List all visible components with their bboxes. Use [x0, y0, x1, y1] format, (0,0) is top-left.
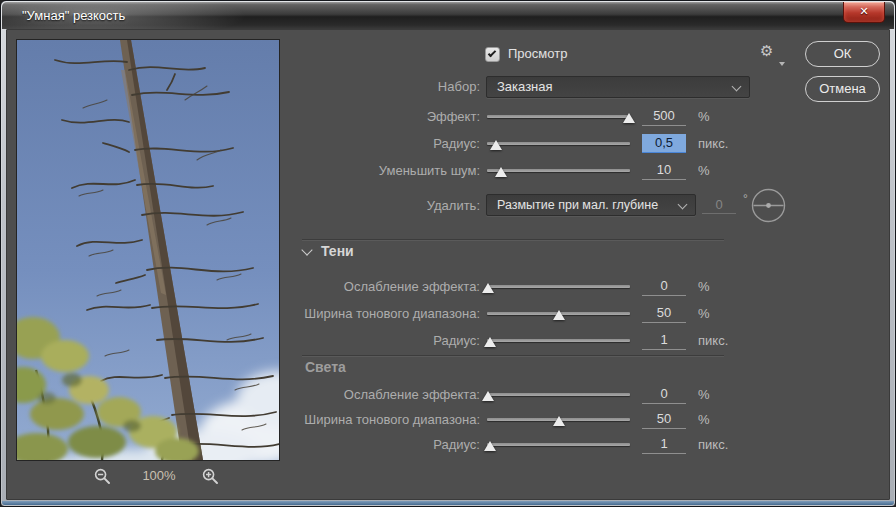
shadows-tonal-value[interactable]: 50	[642, 304, 686, 323]
window-title: "Умная" резкость	[22, 8, 125, 23]
highlights-tonal-row: Ширина тонового диапазона: 50 %	[7, 410, 893, 430]
slider-track[interactable]	[487, 443, 630, 446]
highlights-radius-slider[interactable]	[487, 435, 630, 455]
highlights-radius-value[interactable]: 1	[642, 435, 686, 454]
preset-label: Набор:	[438, 77, 480, 97]
highlights-tonal-slider[interactable]	[487, 410, 630, 430]
highlights-radius-unit: пикс.	[698, 435, 728, 455]
shadows-fade-slider[interactable]	[487, 277, 630, 297]
preview-checkbox[interactable]	[485, 47, 500, 62]
noise-row: Уменьшить шум: 10 %	[7, 161, 893, 181]
remove-label: Удалить:	[427, 196, 480, 216]
title-bar[interactable]: "Умная" резкость ✕	[2, 2, 894, 29]
highlights-title: Света	[305, 359, 346, 375]
preset-dropdown[interactable]: Заказная	[486, 76, 750, 98]
close-button[interactable]: ✕	[843, 2, 885, 23]
shadows-radius-row: Радиус: 1 пикс.	[7, 331, 893, 351]
chevron-down-icon[interactable]	[301, 244, 312, 255]
effect-value[interactable]: 500	[642, 107, 686, 126]
close-icon: ✕	[859, 5, 868, 17]
noise-value[interactable]: 10	[642, 161, 686, 180]
highlights-fade-label: Ослабление эффекта:	[344, 385, 480, 405]
highlights-tonal-unit: %	[698, 410, 710, 430]
highlights-radius-row: Радиус: 1 пикс.	[7, 435, 893, 455]
chevron-down-icon	[732, 82, 742, 92]
shadows-fade-unit: %	[698, 277, 710, 297]
remove-dropdown[interactable]: Размытие при мал. глубине	[486, 194, 696, 216]
shadows-fade-value[interactable]: 0	[642, 277, 686, 296]
check-icon	[488, 49, 496, 57]
shadows-tonal-label: Ширина тонового диапазона:	[304, 304, 480, 324]
preset-row: Набор:	[7, 77, 893, 97]
slider-track[interactable]	[487, 339, 630, 342]
slider-thumb[interactable]	[553, 416, 565, 426]
degree-symbol: °	[743, 192, 748, 206]
slider-thumb[interactable]	[553, 310, 565, 320]
radius-value[interactable]: 0,5	[642, 134, 686, 153]
slider-track[interactable]	[487, 115, 630, 118]
preview-zoom-bar: 100%	[16, 462, 280, 492]
zoom-in-icon[interactable]	[202, 468, 219, 485]
preset-value: Заказная	[497, 79, 553, 94]
noise-slider[interactable]	[487, 161, 630, 181]
shadows-radius-unit: пикс.	[698, 331, 728, 351]
preview-checkbox-label: Просмотр	[508, 46, 567, 61]
slider-track[interactable]	[487, 393, 630, 396]
effect-slider[interactable]	[487, 107, 630, 127]
dialog-body: 100% Просмотр ⚙ ОК Отмена Набор: Заказна…	[6, 29, 890, 500]
slider-track[interactable]	[487, 142, 630, 145]
zoom-level: 100%	[126, 468, 192, 483]
shadows-title: Тени	[321, 243, 354, 259]
slider-thumb[interactable]	[482, 283, 494, 293]
slider-thumb[interactable]	[484, 441, 496, 451]
radius-unit: пикс.	[698, 134, 728, 154]
radius-row: Радиус: 0,5 пикс.	[7, 134, 893, 154]
slider-track[interactable]	[487, 285, 630, 288]
slider-thumb[interactable]	[495, 167, 507, 177]
slider-track[interactable]	[487, 169, 630, 172]
highlights-tonal-label: Ширина тонового диапазона:	[304, 410, 480, 430]
angle-dial[interactable]	[751, 188, 786, 223]
radius-label: Радиус:	[433, 134, 480, 154]
highlights-fade-unit: %	[698, 385, 710, 405]
zoom-out-icon[interactable]	[94, 468, 111, 485]
highlights-radius-label: Радиус:	[433, 435, 480, 455]
slider-thumb[interactable]	[623, 113, 635, 123]
divider	[302, 239, 724, 240]
effect-label: Эффект:	[427, 107, 480, 127]
chevron-down-icon	[678, 200, 688, 210]
shadows-radius-slider[interactable]	[487, 331, 630, 351]
radius-slider[interactable]	[487, 134, 630, 154]
shadows-tonal-unit: %	[698, 304, 710, 324]
noise-label: Уменьшить шум:	[379, 161, 480, 181]
slider-thumb[interactable]	[490, 140, 502, 150]
shadows-radius-label: Радиус:	[433, 331, 480, 351]
ok-button[interactable]: ОК	[805, 41, 880, 67]
effect-row: Эффект: 500 %	[7, 107, 893, 127]
gear-icon[interactable]: ⚙	[760, 42, 773, 60]
gear-menu-caret-icon[interactable]	[779, 62, 785, 66]
highlights-fade-value[interactable]: 0	[642, 385, 686, 404]
effect-unit: %	[698, 107, 710, 127]
shadows-fade-row: Ослабление эффекта: 0 %	[7, 277, 893, 297]
smart-sharpen-dialog: "Умная" резкость ✕	[0, 0, 896, 507]
remove-value: Размытие при мал. глубине	[497, 198, 658, 212]
shadows-tonal-row: Ширина тонового диапазона: 50 %	[7, 304, 893, 324]
angle-value-field[interactable]: 0	[702, 196, 736, 214]
divider	[302, 355, 724, 356]
slider-thumb[interactable]	[484, 337, 496, 347]
slider-thumb[interactable]	[482, 391, 494, 401]
highlights-fade-row: Ослабление эффекта: 0 %	[7, 385, 893, 405]
shadows-fade-label: Ослабление эффекта:	[344, 277, 480, 297]
highlights-tonal-value[interactable]: 50	[642, 410, 686, 429]
noise-unit: %	[698, 161, 710, 181]
shadows-radius-value[interactable]: 1	[642, 331, 686, 350]
shadows-tonal-slider[interactable]	[487, 304, 630, 324]
highlights-fade-slider[interactable]	[487, 385, 630, 405]
